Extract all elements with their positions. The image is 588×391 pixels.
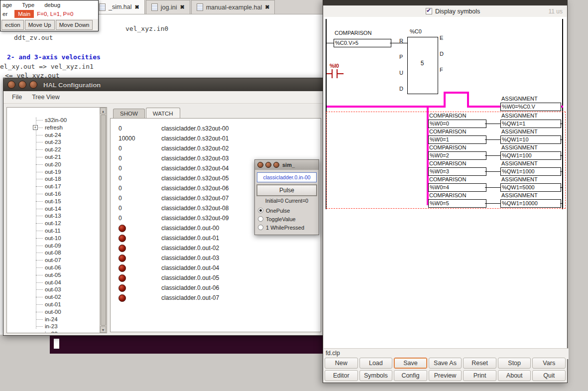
terminal-window[interactable] [50, 335, 324, 354]
watch-row[interactable]: classicladder.0.out-05 [111, 273, 321, 283]
fragment-button[interactable]: Move Up [25, 20, 55, 30]
button-save[interactable]: Save [394, 358, 427, 369]
tree-item[interactable]: out-23 [7, 138, 100, 146]
tree-item[interactable]: out-16 [7, 190, 100, 198]
tree-item[interactable]: out-11 [7, 227, 100, 235]
radio-icon[interactable] [258, 216, 263, 222]
close-icon[interactable]: ✖ [135, 4, 139, 10]
button-new[interactable]: New [325, 358, 358, 369]
hal-title-bar[interactable]: HAL Configuration [3, 78, 324, 91]
close-icon[interactable]: ✖ [265, 4, 269, 10]
tree-item[interactable]: out-14 [7, 205, 100, 213]
tree-item[interactable]: out-03 [7, 286, 100, 293]
watch-row[interactable]: 0classicladder.0.s32out-00 [111, 124, 321, 133]
button-vars[interactable]: Vars [532, 358, 566, 369]
fragment-button[interactable]: Move Down [56, 20, 93, 30]
tree-item[interactable]: refresh+ [7, 124, 100, 131]
tab-show[interactable]: SHOW [113, 109, 145, 118]
sim-title-bar[interactable]: sim_ [255, 160, 319, 170]
editor-tab[interactable]: manual-example.hal✖ [191, 0, 275, 14]
assignment-box[interactable]: %QW1=5000 [500, 183, 561, 192]
tree-item[interactable]: in-23 [7, 323, 100, 330]
tree-item[interactable]: s32in-00 [7, 117, 100, 124]
fragment-menu-item[interactable]: Type [22, 2, 34, 8]
watch-row[interactable]: classicladder.0.out-04 [111, 263, 321, 273]
radio-option[interactable]: OnePulse [257, 206, 317, 215]
watch-row[interactable]: classicladder.0.out-07 [111, 293, 321, 303]
tree-item[interactable]: out-05 [7, 271, 100, 279]
watch-row[interactable]: 10000classicladder.0.s32out-01 [111, 133, 321, 143]
button-reset[interactable]: Reset [463, 358, 496, 369]
radio-option[interactable]: 1 WhilePressed [257, 223, 317, 232]
menu-tree-view[interactable]: Tree View [27, 93, 64, 102]
tree-item[interactable]: out-02 [7, 293, 100, 301]
minimize-icon[interactable] [18, 81, 26, 89]
scrollbar-thumb[interactable] [101, 115, 106, 326]
button-editor[interactable]: Editor [325, 370, 358, 381]
hal-tree-panel[interactable]: s32in-00refresh+out-24out-23out-22out-21… [6, 107, 107, 333]
radio-option[interactable]: ToggleValue [257, 215, 317, 223]
button-config[interactable]: Config [394, 370, 427, 381]
editor-fragment-window[interactable]: ageTypedebug er Main F=0, L=1, P=0 ectio… [0, 0, 99, 31]
fragment-button[interactable]: ection [1, 20, 24, 30]
button-stop[interactable]: Stop [498, 358, 531, 369]
button-quit[interactable]: Quit [532, 370, 566, 381]
comparison-box[interactable]: %W0=0 [428, 120, 486, 128]
tree-item[interactable]: out-04 [7, 279, 100, 286]
radio-icon[interactable] [258, 208, 263, 213]
fragment-menu-item[interactable]: age [2, 2, 12, 8]
tree-item[interactable]: out-13 [7, 212, 100, 220]
watch-row[interactable]: classicladder.0.out-03 [111, 253, 321, 263]
tree-item[interactable]: out-24 [7, 131, 100, 139]
watch-row[interactable]: 0classicladder.0.s32out-02 [111, 143, 321, 153]
tree-item[interactable]: out-12 [7, 220, 100, 227]
tree-item[interactable]: out-20 [7, 161, 100, 168]
comparison-box[interactable]: %W0=1 [428, 135, 486, 144]
editor-tab[interactable]: _sim.hal✖ [94, 0, 145, 14]
tree-item[interactable]: out-07 [7, 257, 100, 264]
tree-item[interactable]: in-22 [7, 330, 100, 333]
tree-item[interactable]: out-17 [7, 183, 100, 190]
tree-item[interactable]: out-06 [7, 264, 100, 271]
tree-item[interactable]: out-00 [7, 308, 100, 316]
assignment-box[interactable]: %QW1=100 [500, 151, 561, 160]
tree-item[interactable]: out-09 [7, 242, 100, 250]
assignment-box[interactable]: %W0=%C0.V [500, 103, 561, 111]
maximize-icon[interactable] [29, 81, 37, 89]
tree-item[interactable]: out-10 [7, 235, 100, 242]
comparison-box[interactable]: %W0=5 [428, 199, 486, 208]
comparison-box[interactable]: %W0=3 [428, 167, 486, 176]
comparison-box[interactable]: %W0=4 [428, 183, 486, 192]
close-icon[interactable] [7, 81, 15, 89]
minimize-icon[interactable] [265, 162, 271, 168]
comparison-box[interactable]: %W0=2 [428, 151, 486, 160]
watch-row[interactable]: classicladder.0.out-06 [111, 283, 321, 293]
tree-item[interactable]: out-22 [7, 146, 100, 153]
radio-icon[interactable] [258, 225, 263, 230]
button-print[interactable]: Print [463, 370, 496, 381]
tab-watch[interactable]: WATCH [146, 108, 180, 118]
expander-icon[interactable]: + [33, 125, 38, 130]
tree-item[interactable]: out-18 [7, 175, 100, 183]
menu-file[interactable]: File [7, 93, 26, 102]
fragment-menu-item[interactable]: debug [44, 2, 60, 8]
close-icon[interactable] [257, 162, 263, 168]
maximize-icon[interactable] [273, 162, 279, 168]
tree-item[interactable]: out-21 [7, 153, 100, 161]
button-symbols[interactable]: Symbols [359, 370, 393, 381]
tree-item[interactable]: out-08 [7, 249, 100, 257]
button-save-as[interactable]: Save As [429, 358, 462, 369]
close-icon[interactable]: ✖ [180, 4, 184, 10]
watch-row[interactable]: classicladder.0.out-02 [111, 243, 321, 253]
comparison-box[interactable]: %C0.V>5 [334, 39, 391, 47]
tree-item[interactable]: out-19 [7, 168, 100, 176]
button-preview[interactable]: Preview [429, 370, 462, 381]
assignment-box[interactable]: %QW1=10 [500, 135, 561, 144]
pulse-button[interactable]: Pulse [257, 185, 317, 196]
assignment-box[interactable]: %QW1=1 [500, 120, 561, 128]
tree-item[interactable]: out-15 [7, 198, 100, 205]
tree-item[interactable]: in-24 [7, 316, 100, 323]
editor-tab[interactable]: jog.ini✖ [146, 0, 190, 14]
scroll-down-icon[interactable]: ▼ [100, 326, 106, 333]
assignment-box[interactable]: %QW1=10000 [500, 199, 561, 208]
